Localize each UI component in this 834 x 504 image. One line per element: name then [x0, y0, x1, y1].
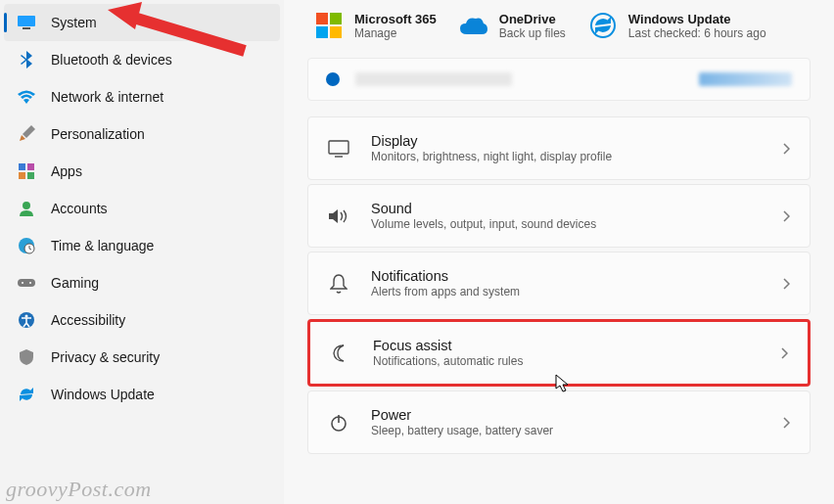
- onedrive-card[interactable]: OneDrive Back up files: [460, 12, 566, 40]
- svg-rect-9: [18, 279, 35, 287]
- update-title: Windows Update: [628, 12, 766, 26]
- svg-point-6: [23, 202, 30, 209]
- setting-title: Notifications: [371, 268, 520, 284]
- sidebar-item-label: Gaming: [51, 275, 99, 291]
- display-icon: [328, 138, 349, 160]
- sidebar-item-network[interactable]: Network & internet: [4, 78, 280, 115]
- sidebar-item-label: Privacy & security: [51, 349, 160, 365]
- globe-clock-icon: [18, 237, 35, 254]
- onedrive-icon: [460, 12, 487, 39]
- windows-update-icon: [589, 12, 617, 39]
- person-icon: [18, 200, 35, 217]
- setting-focus-assist[interactable]: Focus assist Notifications, automatic ru…: [307, 319, 811, 387]
- sidebar-item-label: Time & language: [51, 238, 154, 253]
- sidebar-item-gaming[interactable]: Gaming: [4, 264, 280, 301]
- setting-power[interactable]: Power Sleep, battery usage, battery save…: [307, 390, 811, 454]
- update-icon: [18, 386, 35, 403]
- ms365-title: Microsoft 365: [354, 12, 437, 26]
- sidebar-item-label: Accounts: [51, 201, 108, 216]
- svg-rect-2: [19, 163, 25, 170]
- moon-icon: [330, 343, 351, 364]
- svg-rect-4: [19, 172, 25, 179]
- main-content: Microsoft 365 Manage OneDrive Back up fi…: [284, 0, 834, 504]
- shield-icon: [18, 348, 35, 366]
- setting-title: Display: [371, 133, 612, 149]
- ms365-sub: Manage: [354, 26, 437, 40]
- info-banner[interactable]: [307, 58, 811, 101]
- svg-rect-0: [18, 16, 35, 26]
- svg-rect-15: [330, 13, 342, 24]
- chevron-right-icon: [782, 278, 790, 290]
- paintbrush-icon: [18, 125, 35, 143]
- svg-point-18: [591, 14, 615, 37]
- svg-point-11: [29, 282, 31, 284]
- sidebar-item-system[interactable]: System: [4, 4, 280, 41]
- redacted-value: [699, 72, 792, 86]
- apps-icon: [18, 162, 35, 180]
- chevron-right-icon: [780, 347, 788, 359]
- info-icon: [326, 72, 340, 86]
- svg-point-13: [25, 315, 28, 318]
- setting-sub: Volume levels, output, input, sound devi…: [371, 217, 596, 231]
- setting-sub: Sleep, battery usage, battery saver: [371, 424, 553, 437]
- chevron-right-icon: [782, 417, 790, 429]
- sidebar-item-privacy[interactable]: Privacy & security: [4, 339, 280, 376]
- setting-sound[interactable]: Sound Volume levels, output, input, soun…: [307, 184, 811, 248]
- sidebar-item-label: Bluetooth & devices: [51, 52, 172, 68]
- svg-rect-17: [330, 26, 342, 38]
- setting-notifications[interactable]: Notifications Alerts from apps and syste…: [307, 252, 811, 315]
- setting-title: Focus assist: [373, 338, 523, 353]
- svg-rect-3: [27, 163, 34, 170]
- sidebar-item-personalization[interactable]: Personalization: [4, 115, 280, 153]
- top-cards-row: Microsoft 365 Manage OneDrive Back up fi…: [307, 8, 811, 58]
- chevron-right-icon: [782, 210, 790, 222]
- sidebar-item-time[interactable]: Time & language: [4, 227, 280, 264]
- sidebar-item-update[interactable]: Windows Update: [4, 376, 280, 413]
- svg-rect-19: [329, 141, 348, 154]
- bluetooth-icon: [18, 51, 35, 69]
- sidebar-item-label: Network & internet: [51, 89, 163, 105]
- sidebar-item-label: Accessibility: [51, 312, 125, 328]
- setting-sub: Notifications, automatic rules: [373, 354, 523, 368]
- setting-sub: Monitors, brightness, night light, displ…: [371, 150, 612, 163]
- sidebar-item-apps[interactable]: Apps: [4, 153, 280, 190]
- svg-rect-5: [27, 172, 34, 179]
- ms365-icon: [315, 12, 343, 39]
- svg-rect-1: [23, 27, 30, 29]
- setting-title: Sound: [371, 201, 596, 216]
- watermark: groovyPost.com: [6, 477, 152, 502]
- windows-update-card[interactable]: Windows Update Last checked: 6 hours ago: [589, 12, 766, 40]
- svg-rect-14: [316, 13, 328, 24]
- onedrive-sub: Back up files: [499, 26, 566, 40]
- bell-icon: [328, 273, 349, 295]
- sidebar: System Bluetooth & devices Network & int…: [0, 0, 284, 504]
- chevron-right-icon: [782, 143, 790, 155]
- wifi-icon: [18, 88, 35, 106]
- accessibility-icon: [18, 311, 35, 329]
- redacted-text: [355, 72, 512, 86]
- sidebar-item-accounts[interactable]: Accounts: [4, 190, 280, 227]
- onedrive-title: OneDrive: [499, 12, 566, 26]
- gamepad-icon: [18, 274, 35, 292]
- sidebar-item-bluetooth[interactable]: Bluetooth & devices: [4, 41, 280, 78]
- sidebar-item-label: Apps: [51, 163, 82, 179]
- svg-rect-16: [316, 26, 328, 38]
- setting-title: Power: [371, 407, 553, 423]
- update-sub: Last checked: 6 hours ago: [628, 26, 766, 40]
- sidebar-item-accessibility[interactable]: Accessibility: [4, 301, 280, 339]
- power-icon: [328, 412, 349, 434]
- setting-display[interactable]: Display Monitors, brightness, night ligh…: [307, 116, 811, 180]
- sidebar-item-label: System: [51, 15, 97, 30]
- setting-sub: Alerts from apps and system: [371, 285, 520, 298]
- sound-icon: [328, 206, 349, 227]
- sidebar-item-label: Windows Update: [51, 387, 155, 402]
- svg-point-10: [22, 282, 23, 284]
- system-icon: [18, 14, 35, 31]
- ms365-card[interactable]: Microsoft 365 Manage: [315, 12, 437, 40]
- sidebar-item-label: Personalization: [51, 126, 145, 142]
